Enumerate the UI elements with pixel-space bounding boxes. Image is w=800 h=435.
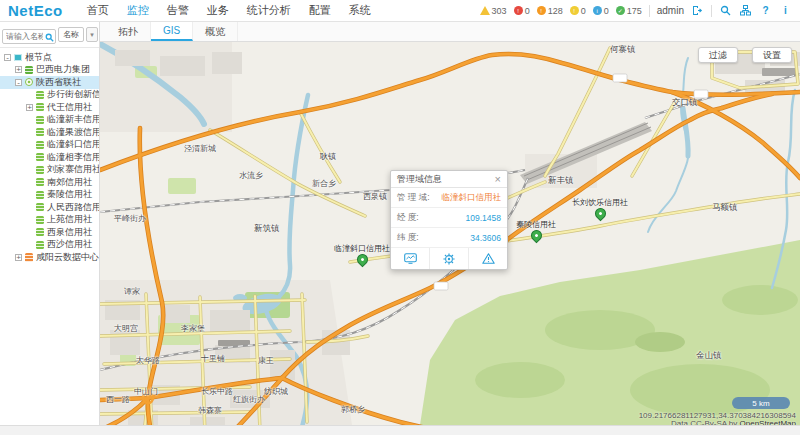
map-toolbar: 过滤 设置	[698, 47, 792, 63]
main-menu: 首页监控告警业务统计分析配置系统	[87, 3, 371, 18]
minor-alarms-icon: !	[570, 6, 579, 15]
expand-icon[interactable]: +	[26, 104, 33, 111]
critical-alarms-icon: !	[514, 6, 523, 15]
map-filter-button[interactable]: 过滤	[698, 47, 738, 63]
filter-type-select[interactable]: 名称	[58, 27, 84, 42]
popup-row-value[interactable]: 临潼斜口信用社	[442, 192, 502, 204]
warning-alarms-count: 0	[604, 6, 609, 16]
collapse-icon[interactable]: -	[4, 54, 11, 61]
domain-info-popup: 管理域信息 × 管 理 域: 临潼斜口信用社 经 度: 109.1458 纬 度…	[390, 170, 508, 270]
tree-item-label: 临潼斜口信用社	[47, 139, 99, 152]
sitemap-icon[interactable]	[739, 4, 752, 17]
map-label: 西一路	[106, 394, 130, 405]
tree-item-label: 南郊信用社	[47, 176, 92, 189]
tree-item[interactable]: 人民西路信用社	[0, 201, 99, 214]
normal-devices[interactable]: ✓175	[616, 6, 642, 16]
tree-item[interactable]: 南郊信用社	[0, 176, 99, 189]
warning-alarms[interactable]: i0	[593, 6, 609, 16]
device-tree: -根节点+巴西电力集团-陕西省联社步行街创新信用社+代王信用社临潼新丰信用社临潼…	[0, 48, 99, 264]
tree-item[interactable]: 临潼斜口信用社	[0, 139, 99, 152]
expand-icon[interactable]: +	[15, 254, 22, 261]
map-label: 郭桥乡	[341, 404, 365, 415]
site-icon	[36, 228, 44, 236]
expand-icon[interactable]: +	[15, 66, 22, 73]
settings-gear-icon[interactable]	[430, 248, 469, 269]
critical-alarms[interactable]: !0	[514, 6, 530, 16]
site-icon	[36, 153, 44, 161]
view-tabs: 拓扑GIS概览	[100, 22, 800, 42]
logout-icon[interactable]	[691, 4, 704, 17]
nav-item-2[interactable]: 告警	[167, 3, 189, 18]
map-scale: 5 km	[732, 397, 790, 409]
site-pin-label: 临潼斜口信用社	[334, 243, 390, 254]
normal-devices-icon: ✓	[616, 6, 625, 15]
tree-item[interactable]: +巴西电力集团	[0, 64, 99, 77]
site-icon	[36, 203, 44, 211]
tree-item-label: 咸阳云数据中心	[36, 251, 99, 264]
tab-GIS[interactable]: GIS	[151, 22, 193, 41]
tree-item[interactable]: 上苑信用社	[0, 214, 99, 227]
map-label: 新筑镇	[254, 223, 280, 235]
nav-item-5[interactable]: 配置	[309, 3, 331, 18]
minor-alarms[interactable]: !0	[570, 6, 586, 16]
search-icon[interactable]	[719, 4, 732, 17]
popup-title-bar: 管理域信息 ×	[391, 171, 507, 188]
tree-item[interactable]: 临潼果渡信用社	[0, 126, 99, 139]
search-icon[interactable]	[45, 28, 54, 46]
normal-devices-count: 175	[627, 6, 642, 16]
info-icon[interactable]: i	[779, 4, 792, 17]
map-canvas[interactable]: 何寨镇交口镇马额镇新丰镇西泉镇新合乡水流乡耿镇泾渭新城平峰街办新筑镇谭家大明宫李…	[100, 42, 800, 425]
map-label: 红旗街办	[233, 394, 265, 405]
divider	[711, 5, 712, 17]
map-label: 泾渭新城	[184, 143, 216, 154]
nav-item-0[interactable]: 首页	[87, 3, 109, 18]
collapse-icon[interactable]: -	[15, 79, 22, 86]
nav-item-6[interactable]: 系统	[349, 3, 371, 18]
major-alarms[interactable]: !128	[537, 6, 563, 16]
popup-row-domain: 管 理 域: 临潼斜口信用社	[391, 188, 507, 208]
tree-item[interactable]: 秦陵信用社	[0, 189, 99, 202]
site-pin-label: 长刘饮乐信用社	[572, 197, 628, 208]
tree-item-label: 刘家寨信用社	[47, 164, 99, 177]
tree-item[interactable]: -陕西省联社	[0, 76, 99, 89]
map-label: 交口镇	[672, 97, 698, 109]
tree-item[interactable]: -根节点	[0, 51, 99, 64]
greenbox-icon	[25, 66, 33, 74]
tree-item[interactable]: 西沙信用社	[0, 239, 99, 252]
tree-item[interactable]: 刘家寨信用社	[0, 164, 99, 177]
tree-item[interactable]: +咸阳云数据中心	[0, 251, 99, 264]
site-icon	[36, 178, 44, 186]
nav-item-3[interactable]: 业务	[207, 3, 229, 18]
nav-item-1[interactable]: 监控	[127, 3, 149, 18]
site-icon	[36, 216, 44, 224]
app-logo[interactable]: NetEco	[0, 2, 73, 19]
tree-item[interactable]: 临潼相李信用社	[0, 151, 99, 164]
unacknowledged-alarms[interactable]: 303	[480, 6, 507, 16]
map-label: 平峰街办	[114, 213, 146, 224]
username[interactable]: admin	[657, 5, 684, 16]
tree-item[interactable]: +代王信用社	[0, 101, 99, 114]
popup-row-label: 管 理 域:	[397, 192, 430, 204]
tree-item[interactable]: 步行街创新信用社	[0, 89, 99, 102]
alarm-warning-icon[interactable]	[469, 248, 507, 269]
map-label: 何寨镇	[610, 44, 636, 56]
tab-拓扑[interactable]: 拓扑	[106, 22, 151, 41]
datacenter-icon	[25, 253, 33, 262]
map-label: 新合乡	[312, 178, 336, 189]
bottom-strip	[0, 425, 800, 435]
tree-item-label: 巴西电力集团	[36, 64, 90, 77]
minor-alarms-count: 0	[581, 6, 586, 16]
map-label: 西泉镇	[363, 191, 387, 202]
map-settings-button[interactable]: 设置	[752, 47, 792, 63]
tree-item[interactable]: 西泉信用社	[0, 226, 99, 239]
tree-item[interactable]: 临潼新丰信用社	[0, 114, 99, 127]
help-icon[interactable]: ?	[759, 4, 772, 17]
nav-item-4[interactable]: 统计分析	[247, 3, 291, 18]
close-icon[interactable]: ×	[495, 174, 501, 185]
filter-dropdown-arrow[interactable]: ▾	[86, 27, 98, 42]
performance-icon[interactable]	[391, 248, 430, 269]
map-label: 十里铺	[201, 353, 225, 364]
tab-概览[interactable]: 概览	[193, 22, 238, 41]
map-label: 金山镇	[696, 350, 722, 362]
popup-row-label: 经 度:	[397, 212, 419, 224]
